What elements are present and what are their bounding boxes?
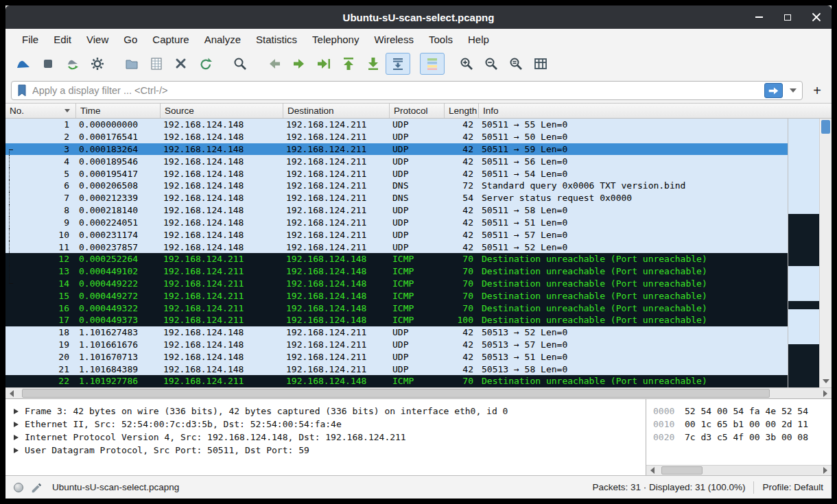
expert-info-button[interactable] [14,483,23,492]
reload-file-button[interactable] [193,53,218,75]
find-packet-button[interactable] [228,53,252,75]
titlebar[interactable]: Ubuntu-sU-scan-select.pcapng [5,5,832,29]
status-profile[interactable]: Profile: Default [762,482,823,492]
horizontal-scrollbar[interactable] [5,387,832,398]
menu-item[interactable]: Statistics [249,31,304,48]
zoom-out-button[interactable] [479,53,504,75]
capture-options-button[interactable] [85,53,110,75]
packet-row[interactable]: 5 0.000195417 192.168.124.148 192.168.12… [5,167,788,180]
zoom-in-button[interactable] [454,53,479,75]
scroll-down-button[interactable] [820,376,832,386]
packet-row[interactable]: 18 1.101627483 192.168.124.148 192.168.1… [5,326,788,339]
detail-row[interactable]: User Datagram Protocol, Src Port: 50511,… [10,444,643,457]
vertical-scrollbar[interactable] [819,119,832,387]
column-header-length[interactable]: Length [445,104,479,118]
scroll-right-button[interactable] [819,388,832,398]
hscroll-track[interactable] [18,388,819,398]
packet-row[interactable]: 21 1.101684389 192.168.124.148 192.168.1… [5,363,788,375]
detail-row[interactable]: Ethernet II, Src: 52:54:00:7c:d3:5b, Dst… [10,418,643,431]
last-packet-button[interactable] [361,53,386,75]
column-header-info[interactable]: Info [479,104,832,118]
expand-triangle-icon[interactable] [14,409,19,414]
hex-row[interactable]: 0000 52 54 00 54 fa 4e 52 54 [653,405,827,418]
filter-dropdown-icon[interactable] [790,88,797,93]
column-header-protocol[interactable]: Protocol [390,104,445,118]
go-to-packet-button[interactable] [311,53,336,75]
menu-item[interactable]: Capture [145,31,196,48]
packet-row[interactable]: 16 0.000449322 192.168.124.211 192.168.1… [5,302,788,314]
column-header-destination[interactable]: Destination [283,104,390,118]
menu-item[interactable]: Analyze [198,31,248,48]
save-file-button[interactable] [144,53,169,75]
expand-triangle-icon[interactable] [14,448,19,453]
hex-scroll-track[interactable] [659,466,819,475]
menu-item[interactable]: Tools [422,31,460,48]
packet-minimap[interactable] [788,119,819,387]
minimize-button[interactable] [753,12,764,23]
menu-item[interactable]: Telephony [305,31,366,48]
maximize-button[interactable] [782,12,793,23]
packet-row[interactable]: 6 0.000206508 192.168.124.148 192.168.12… [5,180,788,192]
expand-triangle-icon[interactable] [14,435,19,440]
packet-row[interactable]: 22 1.101927786 192.168.124.211 192.168.1… [5,375,788,387]
menu-item[interactable]: Go [117,31,144,48]
open-file-button[interactable] [119,53,144,75]
zoom-original-button[interactable] [504,53,528,75]
scroll-left-button[interactable] [5,388,18,398]
stop-capture-button[interactable] [36,53,60,75]
auto-scroll-button[interactable] [386,53,410,75]
packet-row[interactable]: 8 0.000218140 192.168.124.148 192.168.12… [5,204,788,217]
start-capture-button[interactable] [11,53,36,75]
detail-row[interactable]: Internet Protocol Version 4, Src: 192.16… [10,431,643,444]
capture-comment-icon[interactable] [30,481,43,494]
bookmark-icon[interactable] [16,84,28,97]
resize-columns-button[interactable] [528,53,553,75]
go-forward-button[interactable] [287,53,311,75]
apply-filter-button[interactable] [764,83,783,98]
menu-item[interactable]: View [80,31,115,48]
menu-item[interactable]: File [15,31,45,48]
packet-row[interactable]: 4 0.000189546 192.168.124.148 192.168.12… [5,155,788,167]
close-file-icon [174,56,189,71]
packet-row[interactable]: 9 0.000224051 192.168.124.148 192.168.12… [5,217,788,229]
expand-triangle-icon[interactable] [14,422,19,427]
packet-row[interactable]: 3 0.000183264 192.168.124.148 192.168.12… [5,143,788,156]
packet-row[interactable]: 1 0.000000000 192.168.124.148 192.168.12… [5,119,788,131]
packet-row[interactable]: 17 0.000449373 192.168.124.211 192.168.1… [5,314,788,326]
hscroll-thumb[interactable] [22,389,770,398]
packet-row[interactable]: 11 0.000237857 192.168.124.148 192.168.1… [5,241,788,253]
close-file-button[interactable] [169,53,193,75]
packet-row[interactable]: 14 0.000449222 192.168.124.211 192.168.1… [5,278,788,290]
column-header-source[interactable]: Source [161,104,283,118]
first-packet-button[interactable] [336,53,361,75]
hex-row[interactable]: 0020 7c d3 c5 4f 00 3b 00 08 [653,431,827,444]
go-back-button[interactable] [262,53,287,75]
menu-item[interactable]: Help [461,31,496,48]
related-packet-mark [5,314,16,326]
filter-add-button[interactable]: + [808,82,826,99]
packet-row[interactable]: 10 0.000231174 192.168.124.148 192.168.1… [5,228,788,241]
scrollbar-thumb[interactable] [821,120,830,134]
colorize-packets-button[interactable] [420,53,445,75]
column-header-time[interactable]: Time [76,104,161,118]
hex-row[interactable]: 0010 00 1c 65 b1 00 00 2d 11 [653,418,827,431]
column-header-no[interactable]: No. [5,104,76,118]
detail-row[interactable]: Frame 3: 42 bytes on wire (336 bits), 42… [10,405,643,418]
close-button[interactable] [811,12,822,23]
packet-row[interactable]: 15 0.000449272 192.168.124.211 192.168.1… [5,289,788,302]
packet-row[interactable]: 20 1.101670713 192.168.124.148 192.168.1… [5,350,788,363]
packet-row[interactable]: 19 1.101661676 192.168.124.148 192.168.1… [5,339,788,351]
menu-item[interactable]: Wireless [367,31,421,48]
restart-capture-button[interactable] [60,53,85,75]
packet-row[interactable]: 13 0.000449102 192.168.124.211 192.168.1… [5,265,788,278]
packet-row[interactable]: 12 0.000252264 192.168.124.211 192.168.1… [5,253,788,265]
menu-item[interactable]: Edit [47,31,78,48]
hex-scroll-right-button[interactable] [819,466,832,475]
hex-horizontal-scrollbar[interactable] [646,465,832,475]
packet-row[interactable]: 7 0.000212339 192.168.124.148 192.168.12… [5,192,788,204]
hex-scroll-thumb[interactable] [661,466,703,475]
cell-protocol: UDP [390,119,445,130]
packet-row[interactable]: 2 0.000176541 192.168.124.148 192.168.12… [5,131,788,143]
display-filter-input[interactable]: Apply a display filter ... <Ctrl-/> [11,81,803,100]
hex-scroll-left-button[interactable] [646,466,659,475]
